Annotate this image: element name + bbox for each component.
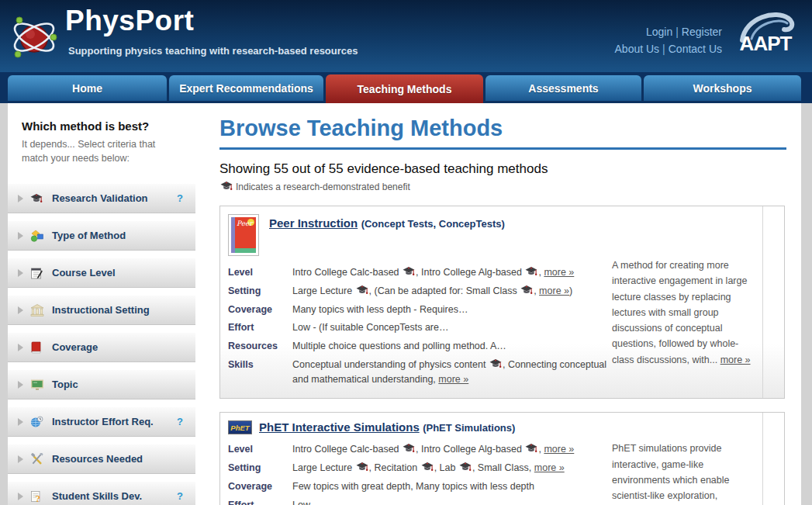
method-card-phet-simulations: PhET PhET Interactive Simulations (PhET … [219,412,785,505]
grad-cap-icon [355,285,369,296]
sidebar-item-research-validation[interactable]: Research Validation ? [8,184,195,213]
grad-cap-icon [458,462,472,473]
attribute-row: Effort Low - (If suitable ConcepTests ar… [228,320,612,335]
brand-title[interactable]: PhysPort [65,5,194,37]
grad-cap-icon [402,444,416,455]
sidebar-item-student-skills[interactable]: ? Student Skills Dev. ? [8,482,195,505]
attribute-row: Setting Large Lecture , (Can be adapted … [228,284,612,299]
grad-cap-icon [355,462,369,473]
link-separator: | [672,26,682,38]
sidebar-item-instructor-effort[interactable]: Instructor Effort Req. ? [8,407,195,437]
attribute-row: Setting Large Lecture , Recitation , Lab… [228,461,612,476]
grad-cap-icon [520,285,534,296]
shapes-icon [30,230,46,242]
sidebar-item-coverage[interactable]: Coverage [8,333,195,362]
physport-atom-logo[interactable] [10,6,60,68]
method-alt-names: (PhET Simulations) [423,422,515,434]
method-description: A method for creating more interactive e… [612,206,762,398]
attribute-row: Resources Multiple choice questions and … [228,339,612,354]
peer-instruction-thumbnail[interactable]: Peer [228,214,259,256]
card-details: PhET PhET Interactive Simulations (PhET … [220,413,612,505]
more-link[interactable]: more » [544,444,574,455]
grad-cap-icon [524,444,538,455]
card-side-column [762,206,784,398]
sidebar-header: Which method is best? It depends... Sele… [8,103,195,184]
tab-teaching-methods[interactable]: Teaching Methods [326,74,483,103]
method-title-link[interactable]: PhET Interactive Simulations [259,420,420,434]
svg-text:?: ? [36,494,40,503]
register-link[interactable]: Register [682,26,722,38]
more-link[interactable]: more » [544,267,574,278]
method-description: PhET simulations provide interactive, ga… [612,413,762,505]
aapt-logo[interactable]: AAPT [731,6,800,67]
filter-sidebar: Which method is best? It depends... Sele… [8,103,195,505]
physport-page: PhysPort Supporting physics teaching wit… [0,0,812,505]
card-header: Peer Peer Instruction (Concept Tests, Co… [228,214,612,256]
attribute-row: Level Intro College Calc-based , Intro C… [228,265,612,280]
expand-arrow-icon [18,493,23,500]
globe-clock-icon [30,416,46,428]
book-icon [30,341,46,354]
attribute-row: Effort Low [228,498,612,505]
contact-us-link[interactable]: Contact Us [669,43,722,55]
sidebar-item-instructional-setting[interactable]: Instructional Setting [8,296,195,325]
help-button[interactable]: ? [177,490,183,502]
tab-home[interactable]: Home [8,75,167,101]
results-count: Showing 55 out of 55 evidence-based teac… [219,161,801,177]
grad-cap-icon [30,193,46,204]
help-button[interactable]: ? [177,192,183,204]
content-area: Which method is best? It depends... Sele… [8,103,801,505]
legend-row: Indicates a research-demonstrated benefi… [219,181,801,192]
expand-arrow-icon [18,344,23,351]
tab-expert-recommendations[interactable]: Expert Recommendations [169,75,323,101]
method-title-link[interactable]: Peer Instruction [269,216,358,230]
login-link[interactable]: Login [646,26,672,38]
method-alt-names: (Concept Tests, ConcepTests) [361,218,505,230]
attribute-row: Coverage Few topics with great depth, Ma… [228,479,612,494]
method-card-peer-instruction: Peer Peer Instruction (Concept Tests, Co… [219,206,785,399]
main-content: Browse Teaching Methods Showing 55 out o… [219,103,801,505]
chalkboard-icon [30,379,46,390]
legend-text: Indicates a research-demonstrated benefi… [236,182,410,192]
tab-assessments[interactable]: Assessments [485,75,641,101]
sidebar-title: Which method is best? [22,119,185,133]
card-header: PhET PhET Interactive Simulations (PhET … [228,420,612,434]
about-us-link[interactable]: About Us [615,43,660,55]
grad-cap-icon [219,181,233,192]
phet-thumbnail[interactable]: PhET [228,420,252,434]
grad-cap-icon [489,359,503,370]
more-link[interactable]: more » [539,285,569,296]
attribute-row: Coverage Many topics with less depth - R… [228,303,612,317]
page-title: Browse Teaching Methods [219,116,786,150]
grad-cap-icon [402,267,416,278]
expand-arrow-icon [18,418,23,426]
sidebar-item-course-level[interactable]: Course Level [8,258,195,288]
card-side-column [762,413,784,505]
grad-cap-icon [524,267,538,278]
tab-workshops[interactable]: Workshops [644,75,801,101]
sidebar-item-topic[interactable]: Topic [8,370,195,400]
sidebar-item-type-of-method[interactable]: Type of Method [8,221,195,251]
help-button[interactable]: ? [177,416,183,427]
link-separator: | [659,43,669,55]
attribute-row: Skills Conceptual understanding of physi… [228,358,612,387]
grad-cap-icon [420,462,434,473]
question-doc-icon: ? [30,490,46,503]
more-link[interactable]: more » [438,374,468,385]
expand-arrow-icon [18,232,23,240]
expand-arrow-icon [18,381,23,389]
attribute-row: Level Intro College Calc-based , Intro C… [228,442,612,457]
header-links: Login|Register About Us|Contact Us [615,23,722,58]
card-details: Peer Peer Instruction (Concept Tests, Co… [220,206,612,398]
aapt-wordmark: AAPT [731,32,800,56]
more-link[interactable]: more » [720,355,751,365]
more-link[interactable]: more » [534,462,565,473]
sidebar-subtitle: It depends... Select criteria that match… [22,137,169,165]
building-icon [30,304,46,316]
sidebar-item-resources-needed[interactable]: Resources Needed [8,444,195,474]
primary-nav: Home Expert Recommendations Teaching Met… [0,72,812,103]
notepad-icon [30,267,46,279]
expand-arrow-icon [18,306,23,314]
tools-icon [30,453,46,465]
brand-tagline: Supporting physics teaching with researc… [68,45,358,57]
